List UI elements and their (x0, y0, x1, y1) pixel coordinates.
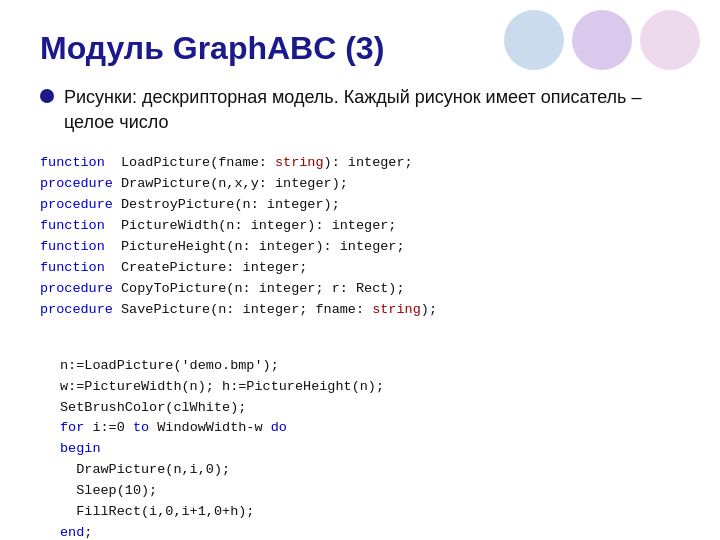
bullet-icon (40, 89, 54, 103)
code-ex-line-4: for i:=0 to WindowWidth-w do (60, 420, 287, 435)
code-line-5: function PictureHeight(n: integer): inte… (40, 237, 680, 258)
code-ex-line-1: n:=LoadPicture('demo.bmp'); (60, 358, 279, 373)
kw-function-3: function (40, 237, 105, 258)
code-line-2: procedure DrawPicture(n,x,y: integer); (40, 174, 680, 195)
code-ex-line-2: w:=PictureWidth(n); h:=PictureHeight(n); (60, 379, 384, 394)
code-line-6: function CreatePicture: integer; (40, 258, 680, 279)
subtitle-text: Рисунки: дескрипторная модель. Каждый ри… (64, 85, 680, 135)
deco-circle-1 (504, 10, 564, 70)
code-ex-line-5: begin (60, 441, 101, 456)
code-line-3: procedure DestroyPicture(n: integer); (40, 195, 680, 216)
code-rest-8: SavePicture(n: integer; fname: string); (113, 300, 437, 321)
kw-procedure-4: procedure (40, 300, 113, 321)
code-rest-1: LoadPicture(fname: string): integer; (105, 153, 413, 174)
code-ex-line-7: Sleep(10); (60, 483, 157, 498)
subtitle-row: Рисунки: дескрипторная модель. Каждый ри… (40, 85, 680, 135)
kw-function-2: function (40, 216, 105, 237)
code-ex-line-6: DrawPicture(n,i,0); (60, 462, 230, 477)
decorative-circles (504, 10, 700, 70)
kw-procedure-2: procedure (40, 195, 113, 216)
code-ex-line-3: SetBrushColor(clWhite); (60, 400, 246, 415)
code-declarations: function LoadPicture(fname: string): int… (40, 153, 680, 320)
code-rest-4: PictureWidth(n: integer): integer; (105, 216, 397, 237)
kw-procedure-3: procedure (40, 279, 113, 300)
kw-function-4: function (40, 258, 105, 279)
code-rest-5: PictureHeight(n: integer): integer; (105, 237, 405, 258)
code-rest-7: CopyToPicture(n: integer; r: Rect); (113, 279, 405, 300)
kw-function-1: function (40, 153, 105, 174)
code-line-7: procedure CopyToPicture(n: integer; r: R… (40, 279, 680, 300)
deco-circle-2 (572, 10, 632, 70)
kw-procedure-1: procedure (40, 174, 113, 195)
code-rest-2: DrawPicture(n,x,y: integer); (113, 174, 348, 195)
code-line-1: function LoadPicture(fname: string): int… (40, 153, 680, 174)
code-line-4: function PictureWidth(n: integer): integ… (40, 216, 680, 237)
code-ex-line-9: end; (60, 525, 92, 540)
code-line-8: procedure SavePicture(n: integer; fname:… (40, 300, 680, 321)
deco-circle-3 (640, 10, 700, 70)
code-ex-line-8: FillRect(i,0,i+1,0+h); (60, 504, 254, 519)
code-rest-6: CreatePicture: integer; (105, 258, 308, 279)
slide: Модуль GraphABC (3) Рисунки: дескрипторн… (0, 0, 720, 540)
code-example: n:=LoadPicture('demo.bmp'); w:=PictureWi… (60, 335, 680, 540)
code-rest-3: DestroyPicture(n: integer); (113, 195, 340, 216)
